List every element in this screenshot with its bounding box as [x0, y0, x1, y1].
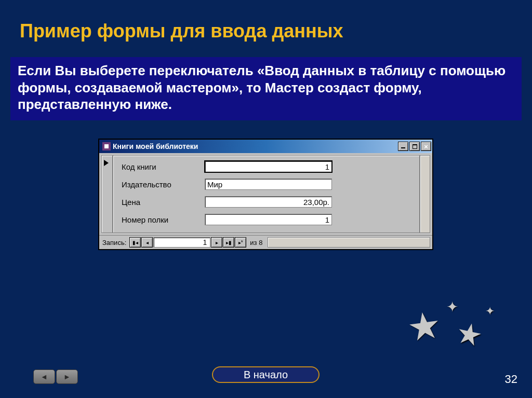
- field-row: Код книги 1: [122, 161, 414, 172]
- field-input-publisher[interactable]: Мир: [205, 179, 332, 190]
- next-slide-button[interactable]: ►: [56, 369, 78, 384]
- star-icon: ✦: [485, 305, 495, 318]
- page-number: 32: [505, 373, 517, 386]
- field-row: Цена 23,00р.: [122, 196, 414, 208]
- field-input-price[interactable]: 23,00р.: [205, 196, 332, 208]
- new-record-button[interactable]: ▸*: [235, 237, 246, 248]
- field-input-code[interactable]: 1: [205, 161, 332, 172]
- horizontal-scrollbar[interactable]: [268, 237, 430, 248]
- record-navigation-bar: Запись: ▮◂ ◂ 1 ▸ ▸▮ ▸* из 8: [99, 235, 432, 249]
- description-text: Если Вы выберете переключатель «Ввод дан…: [10, 57, 522, 120]
- field-label-price: Цена: [122, 198, 205, 207]
- window-titlebar[interactable]: Книги моей библиотеки ×: [99, 140, 432, 153]
- record-count: из 8: [250, 239, 262, 246]
- field-row: Издательство Мир: [122, 179, 414, 190]
- next-record-button[interactable]: ▸: [211, 237, 222, 248]
- close-button[interactable]: ×: [421, 142, 431, 151]
- current-record-icon: [104, 160, 109, 166]
- minimize-button[interactable]: [398, 142, 408, 151]
- nav-label: Запись:: [102, 239, 126, 246]
- form-window: Книги моей библиотеки × Код книги 1 Изда…: [98, 139, 433, 250]
- star-icon: ★: [404, 303, 444, 350]
- field-row: Номер полки 1: [122, 214, 414, 225]
- slide-title: Пример формы для ввода данных: [20, 20, 343, 42]
- record-number-input[interactable]: 1: [153, 237, 210, 248]
- star-icon: ★: [454, 315, 486, 354]
- star-icon: ✦: [446, 298, 458, 315]
- window-title: Книги моей библиотеки: [113, 142, 397, 150]
- first-record-button[interactable]: ▮◂: [129, 237, 141, 248]
- prev-slide-button[interactable]: ◄: [33, 369, 55, 384]
- field-input-shelf[interactable]: 1: [205, 214, 332, 225]
- maximize-button[interactable]: [409, 142, 420, 151]
- goto-start-button[interactable]: В начало: [212, 366, 320, 383]
- field-label-shelf: Номер полки: [122, 215, 205, 224]
- slide-nav: ◄ ►: [33, 369, 78, 384]
- prev-record-button[interactable]: ◂: [141, 237, 153, 248]
- field-label-publisher: Издательство: [122, 180, 205, 189]
- form-icon: [102, 142, 111, 150]
- last-record-button[interactable]: ▸▮: [223, 237, 234, 248]
- field-label-code: Код книги: [122, 162, 205, 171]
- form-fields-area: Код книги 1 Издательство Мир Цена 23,00р…: [113, 155, 420, 233]
- decorative-stars: ★ ★ ✦ ✦: [397, 289, 511, 362]
- vertical-scrollbar[interactable]: [420, 155, 430, 233]
- record-selector[interactable]: [101, 155, 113, 233]
